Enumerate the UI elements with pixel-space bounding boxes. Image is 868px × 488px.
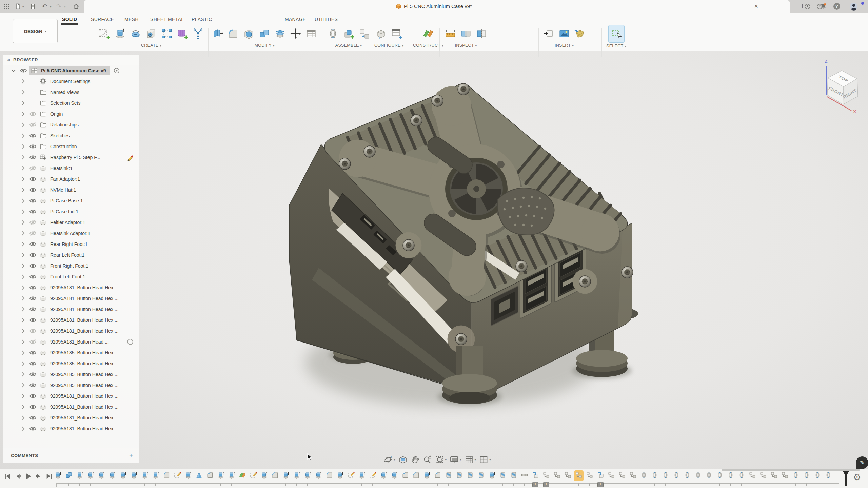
browser-item-label[interactable]: 92095A181_Button Head Hex ... (50, 285, 119, 290)
timeline-feature[interactable]: + (521, 471, 528, 480)
timeline-feature[interactable]: + (499, 471, 507, 480)
timeline-feature[interactable]: + (401, 471, 409, 480)
browser-tree-row[interactable]: Named Views (3, 87, 139, 98)
group-dropdown[interactable]: CONFIGURE▾ (374, 43, 403, 48)
chevron-right-icon[interactable] (20, 121, 26, 128)
tool-icon[interactable] (326, 25, 340, 42)
timeline-feature[interactable]: + (564, 471, 572, 480)
timeline-feature[interactable]: + (467, 471, 474, 480)
browser-root-row[interactable]: Pi 5 CNC Aluminium Case v9 (3, 65, 139, 76)
browser-tree-row[interactable]: 92095A181_Button Head Hex ... (3, 304, 139, 315)
chevron-right-icon[interactable] (20, 404, 26, 410)
chevron-right-icon[interactable] (20, 252, 26, 258)
row-badge-icon[interactable] (126, 153, 134, 161)
visibility-eye-icon[interactable] (29, 78, 37, 85)
browser-item-label[interactable]: NVMe Hat:1 (50, 187, 76, 193)
browser-tree-row[interactable]: Heatsink:1 (3, 163, 139, 174)
model-viewport[interactable]: ◂◂ BROWSER − Pi 5 CNC Aluminium Case v9 … (0, 51, 868, 469)
timeline-feature[interactable]: + (629, 471, 637, 480)
close-tab-icon[interactable]: ✕ (754, 0, 758, 13)
chevron-right-icon[interactable] (20, 100, 26, 106)
visibility-eye-icon[interactable] (29, 262, 37, 270)
row-badge-icon[interactable] (126, 197, 134, 205)
chevron-right-icon[interactable] (20, 306, 26, 313)
timeline-feature[interactable]: + (586, 471, 593, 480)
timeline-feature[interactable]: + (347, 471, 355, 480)
timeline-feature[interactable]: + (206, 471, 214, 480)
row-badge-icon[interactable] (126, 110, 134, 118)
browser-tree-row[interactable]: Peltier Adaptor:1 (3, 217, 139, 228)
browser-tree-row[interactable]: Fan Adaptor:1 (3, 174, 139, 184)
chevron-right-icon[interactable] (20, 89, 26, 96)
timeline-feature[interactable]: + (250, 471, 257, 480)
timeline-feature[interactable]: + (239, 471, 246, 480)
visibility-eye-icon[interactable] (29, 110, 37, 118)
chevron-right-icon[interactable] (20, 338, 26, 345)
row-badge-icon[interactable] (126, 338, 134, 346)
tool-icon[interactable] (421, 25, 435, 42)
chevron-right-icon[interactable] (20, 371, 26, 378)
timeline-feature[interactable]: + (65, 471, 73, 480)
row-badge-icon[interactable] (126, 99, 134, 107)
visibility-eye-icon[interactable] (29, 403, 37, 411)
browser-tree-row[interactable]: 92095A181_Button Head Hex ... (3, 412, 139, 423)
browser-item-label[interactable]: Origin (50, 111, 63, 117)
group-dropdown[interactable]: ASSEMBLE▾ (335, 43, 362, 48)
browser-tree-row[interactable]: Front Right Foot:1 (3, 260, 139, 271)
chevron-right-icon[interactable] (20, 176, 26, 182)
visibility-eye-icon[interactable] (29, 143, 37, 150)
timeline-feature[interactable]: + (391, 471, 398, 480)
row-badge-icon[interactable] (126, 414, 134, 422)
chevron-right-icon[interactable] (20, 382, 26, 389)
tool-icon[interactable] (160, 25, 174, 42)
nav-tool[interactable]: ▾ (397, 453, 409, 466)
row-badge-icon[interactable] (126, 121, 134, 129)
group-dropdown[interactable]: CREATE▾ (141, 43, 161, 48)
add-comment-button[interactable]: + (129, 452, 133, 459)
timeline-feature[interactable]: + (304, 471, 311, 480)
timeline-feature[interactable]: + (141, 471, 149, 480)
browser-tree-row[interactable]: Front Left Foot:1 (3, 271, 139, 282)
notifications-bell-icon[interactable] (820, 3, 827, 10)
timeline-feature[interactable]: + (749, 471, 756, 480)
timeline-settings-gear-icon[interactable]: ⚙ (853, 472, 861, 483)
visibility-eye-icon[interactable] (29, 327, 37, 335)
browser-item-label[interactable]: Peltier Adaptor:1 (50, 220, 85, 225)
visibility-eye-icon[interactable] (29, 349, 37, 356)
timeline-feature[interactable]: + (293, 471, 300, 480)
browser-tree-row[interactable]: Heatsink Adaptor:1 (3, 228, 139, 239)
timeline-feature[interactable]: + (542, 471, 550, 480)
timeline-playhead[interactable] (842, 470, 850, 487)
chevron-down-icon[interactable] (10, 67, 17, 74)
timeline-feature[interactable]: + (456, 471, 463, 480)
group-dropdown[interactable]: MODIFY▾ (255, 43, 275, 48)
help-icon[interactable]: ? (833, 3, 840, 10)
browser-item-label[interactable]: Heatsink:1 (50, 165, 73, 171)
row-badge-icon[interactable] (126, 208, 134, 216)
timeline-feature[interactable]: + (608, 471, 615, 480)
playback-button[interactable] (24, 472, 32, 480)
browser-item-label[interactable]: 92095A181_Button Head Hex ... (50, 426, 119, 431)
row-badge-icon[interactable] (126, 273, 134, 281)
visibility-eye-icon[interactable] (29, 99, 37, 107)
timeline-feature[interactable]: + (195, 471, 203, 480)
visibility-eye-icon[interactable] (29, 295, 37, 302)
row-badge-icon[interactable] (126, 251, 134, 259)
timeline-feature[interactable]: + (184, 471, 192, 480)
timeline-feature[interactable]: + (694, 471, 702, 480)
tool-icon[interactable] (357, 25, 371, 42)
visibility-eye-icon[interactable] (29, 154, 37, 161)
browser-item-label[interactable]: 92095A181_Button Head Hex ... (50, 328, 119, 334)
visibility-eye-icon[interactable] (29, 89, 37, 96)
timeline-feature[interactable]: + (271, 471, 279, 480)
browser-item-label[interactable]: Relationships (50, 122, 79, 128)
timeline-overflow[interactable]: ‥ (49, 476, 52, 481)
timeline-feature[interactable]: + (369, 471, 376, 480)
tool-icon[interactable] (176, 25, 189, 42)
row-badge-icon[interactable] (126, 88, 134, 96)
nav-tool[interactable]: ▾ (478, 453, 492, 466)
browser-item-label[interactable]: 92095A181_Button Head ... (50, 339, 109, 345)
browser-tree-row[interactable]: Construction (3, 141, 139, 152)
visibility-eye-icon[interactable] (29, 284, 37, 291)
timeline-feature[interactable]: + (380, 471, 387, 480)
